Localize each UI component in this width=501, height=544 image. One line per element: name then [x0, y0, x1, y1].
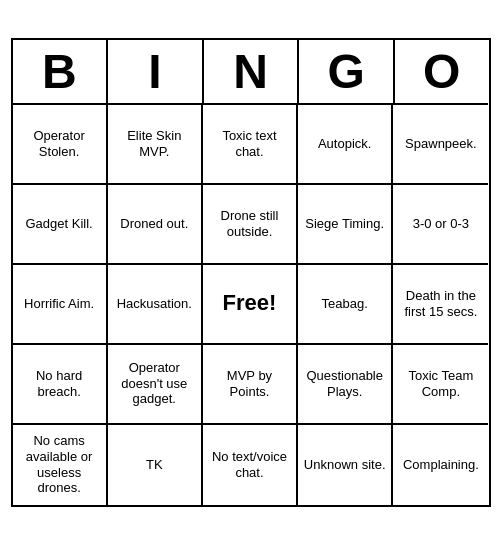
bingo-cell-0: Operator Stolen. [13, 105, 108, 185]
free-cell: Free! [203, 265, 298, 345]
bingo-cell-13: Teabag. [298, 265, 393, 345]
bingo-cell-19: Toxic Team Comp. [393, 345, 488, 425]
bingo-cell-2: Toxic text chat. [203, 105, 298, 185]
bingo-cell-5: Gadget Kill. [13, 185, 108, 265]
bingo-cell-9: 3-0 or 0-3 [393, 185, 488, 265]
bingo-cell-22: No text/voice chat. [203, 425, 298, 505]
bingo-cell-17: MVP by Points. [203, 345, 298, 425]
title-letter-O: O [395, 40, 489, 105]
title-letter-N: N [204, 40, 300, 105]
title-letter-G: G [299, 40, 395, 105]
bingo-cell-14: Death in the first 15 secs. [393, 265, 488, 345]
title-letter-B: B [13, 40, 109, 105]
bingo-header: BINGO [13, 40, 489, 105]
bingo-cell-3: Autopick. [298, 105, 393, 185]
bingo-cell-20: No cams available or useless drones. [13, 425, 108, 505]
bingo-cell-7: Drone still outside. [203, 185, 298, 265]
bingo-cell-8: Siege Timing. [298, 185, 393, 265]
bingo-cell-21: TK [108, 425, 203, 505]
bingo-cell-6: Droned out. [108, 185, 203, 265]
bingo-cell-24: Complaining. [393, 425, 488, 505]
title-letter-I: I [108, 40, 204, 105]
bingo-cell-18: Questionable Plays. [298, 345, 393, 425]
bingo-cell-23: Unknown site. [298, 425, 393, 505]
bingo-cell-16: Operator doesn't use gadget. [108, 345, 203, 425]
bingo-cell-4: Spawnpeek. [393, 105, 488, 185]
bingo-card: BINGO Operator Stolen.Elite Skin MVP.Tox… [11, 38, 491, 507]
bingo-cell-10: Horrific Aim. [13, 265, 108, 345]
bingo-cell-15: No hard breach. [13, 345, 108, 425]
bingo-grid: Operator Stolen.Elite Skin MVP.Toxic tex… [13, 105, 489, 505]
bingo-cell-11: Hackusation. [108, 265, 203, 345]
bingo-cell-1: Elite Skin MVP. [108, 105, 203, 185]
